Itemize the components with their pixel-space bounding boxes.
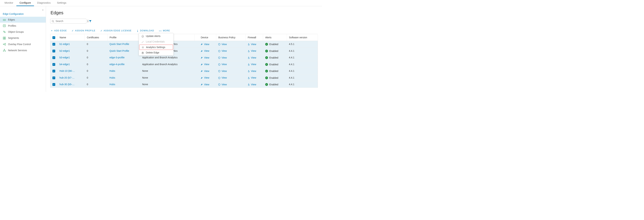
business-policy-view-link[interactable]: View [218,76,227,79]
table-row[interactable]: ✓ b3-edge1 0 edge-3-profile Application … [50,54,318,61]
table-row[interactable]: ✓ b1-edge1 0 Quick Start Profile Applica… [50,41,318,48]
table-row[interactable]: ✓ hub-30 (b5-edge1) 0 Hubs None View Vie… [50,81,318,88]
table-row[interactable]: ✓ Hub-10 (b6-edge1) 0 Hubs None View Vie… [50,68,318,74]
profile-link[interactable]: Quick Start Profile [110,43,129,46]
tab-diagnostics[interactable]: Diagnostics [34,0,54,6]
device-view-link[interactable]: View [201,70,209,72]
col-business-policy[interactable]: Business Policy [216,34,246,41]
sidebar-item-overlay-flow-control[interactable]: Overlay Flow Control [0,41,46,47]
card-icon [3,24,6,27]
col-software-version[interactable]: Software version [287,34,318,41]
device-view-link[interactable]: View [201,63,209,66]
wrench-icon [201,56,203,59]
business-policy-view-link[interactable]: View [218,56,227,59]
svg-point-8 [4,32,6,33]
row-checkbox[interactable]: ✓ [52,63,55,66]
assign-edge-license-button[interactable]: ✓ Assign Edge License [100,29,132,32]
alerts-status: ✓ Enabled [265,70,278,72]
wrench-icon [201,83,203,86]
device-view-link[interactable]: View [201,43,209,46]
more-update-alerts[interactable]: Update Alerts [139,33,173,39]
profile-link[interactable]: Hubs [110,76,115,79]
sidebar: « Edge Configuration Edges Profiles Obje… [0,6,46,92]
table-row[interactable]: ✓ b2-edge1 0 Quick Start Profile Applica… [50,48,318,54]
menu-item-label: Delete Edge [146,51,159,54]
edge-name-link[interactable]: b4-edge1 [60,63,70,66]
sidebar-section-title: Edge Configuration [0,8,46,17]
row-checkbox[interactable]: ✓ [52,43,55,46]
sidebar-item-network-services[interactable]: Network Services [0,47,46,53]
firewall-view-link[interactable]: View [248,56,256,59]
col-certificates[interactable]: Certificates [85,34,107,41]
more-local-credentials: Local Credentials [139,39,173,44]
svg-point-24 [52,20,54,22]
add-edge-button[interactable]: ＋ Add Edge [50,29,67,32]
business-policy-view-link[interactable]: View [218,70,227,72]
firewall-view-link[interactable]: View [248,43,256,46]
row-checkbox[interactable]: ✓ [52,76,55,79]
device-view-link[interactable]: View [201,83,209,86]
business-policy-view-link[interactable]: View [218,63,227,66]
row-checkbox[interactable]: ✓ [52,50,55,52]
sidebar-item-label: Profiles [8,24,16,27]
profile-link[interactable]: Hubs [110,70,115,72]
sidebar-item-label: Network Services [8,49,27,52]
wrench-icon [201,76,203,79]
edge-name-link[interactable]: Hub-10 (b6-edge1) [60,70,75,72]
device-view-link[interactable]: View [201,50,209,52]
search-box[interactable]: i [50,19,86,24]
firewall-view-link[interactable]: View [248,83,256,86]
sidebar-item-edges[interactable]: Edges [0,17,46,23]
sidebar-item-profiles[interactable]: Profiles [0,23,46,29]
info-icon[interactable]: i [88,20,88,22]
profile-link[interactable]: Hubs [110,83,115,86]
edge-name-link[interactable]: b3-edge1 [60,56,70,59]
tab-monitor[interactable]: Monitor [2,0,16,6]
alerts-status: ✓ Enabled [265,50,278,52]
firewall-view-link[interactable]: View [248,63,256,66]
sidebar-item-object-groups[interactable]: Object Groups [0,29,46,35]
device-view-link[interactable]: View [201,76,209,79]
device-view-link[interactable]: View [201,56,209,59]
col-firewall[interactable]: Firewall [246,34,263,41]
firewall-view-link[interactable]: View [248,50,256,52]
tab-settings[interactable]: Settings [54,0,70,6]
edge-name-link[interactable]: hub-20 (b7-edge1) [60,76,75,79]
table-row[interactable]: ✓ b4-edge1 0 edge-4-profile Application … [50,61,318,68]
assign-profile-button[interactable]: ✓ Assign Profile [72,29,95,32]
business-policy-view-link[interactable]: View [218,43,227,46]
sidebar-collapse-button[interactable]: « [42,8,44,12]
edge-name-link[interactable]: hub-30 (b5-edge1) [60,83,75,86]
firewall-view-link[interactable]: View [248,76,256,79]
row-checkbox[interactable]: ✓ [52,70,55,72]
row-checkbox[interactable]: ✓ [52,56,55,59]
profile-link[interactable]: edge-3-profile [110,56,124,59]
search-input[interactable] [55,20,86,23]
tab-configure[interactable]: Configure [16,0,34,6]
shield-icon [218,70,220,72]
download-button[interactable]: ⭳ Download [136,29,154,32]
col-alerts[interactable]: Alerts [263,34,287,41]
more-button[interactable]: More [159,29,170,32]
firewall-view-link[interactable]: View [248,70,256,72]
filter-icon[interactable] [89,20,92,23]
business-policy-view-link[interactable]: View [218,50,227,52]
sidebar-item-segments[interactable]: Segments [0,35,46,41]
profile-link[interactable]: Quick Start Profile [110,50,129,52]
col-name[interactable]: Name [58,34,85,41]
edge-name-link[interactable]: b2-edge1 [60,50,70,52]
select-all-checkbox[interactable]: ✓ [52,36,55,39]
col-profile[interactable]: Profile [107,34,140,41]
row-checkbox[interactable]: ✓ [52,83,55,86]
col-device[interactable]: Device [199,34,216,41]
table-row[interactable]: ✓ hub-20 (b7-edge1) 0 Hubs None View Vie… [50,74,318,81]
check-icon: ✓ [72,29,74,32]
business-policy-view-link[interactable]: View [218,83,227,86]
profile-link[interactable]: edge-4-profile [110,63,124,66]
svg-point-20 [5,51,6,52]
more-analytics-settings[interactable]: Analytics Settings [139,44,173,50]
svg-point-2 [4,20,4,20]
edge-name-link[interactable]: b1-edge1 [60,43,70,46]
status-enabled-icon: ✓ [265,63,268,66]
more-delete-edge[interactable]: Delete Edge [139,50,173,56]
